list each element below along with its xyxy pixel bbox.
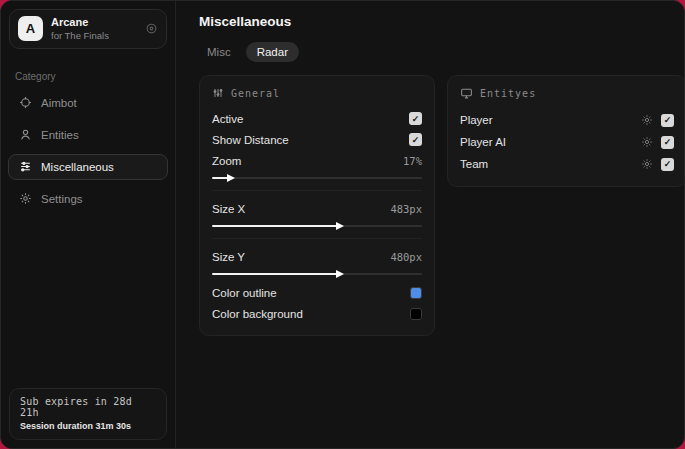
general-panel-header: General [212, 87, 422, 99]
slider-row-size-x: Size X 483px [212, 198, 422, 219]
tab-bar: Misc Radar [196, 42, 685, 62]
player-checkbox[interactable]: ✓ [661, 114, 674, 127]
gear-icon[interactable] [641, 114, 653, 126]
slider-label: Size X [212, 203, 245, 215]
slider-thumb[interactable] [336, 222, 344, 230]
check-icon: ✓ [664, 115, 672, 125]
panels-row: General Active ✓ Show Distance ✓ Zoom 17… [199, 75, 685, 336]
sliders-icon [212, 87, 224, 99]
team-checkbox[interactable]: ✓ [661, 158, 674, 171]
color-label: Color background [212, 308, 303, 320]
brand-card: A Arcane for The Finals [9, 9, 167, 49]
slider-thumb[interactable] [227, 174, 235, 182]
sidebar-nav: Aimbot Entities Miscellaneous [1, 90, 175, 212]
tab-radar[interactable]: Radar [246, 42, 299, 62]
slider-track [212, 177, 422, 179]
entity-controls: ✓ [641, 114, 674, 127]
slider-row-zoom: Zoom 17% [212, 150, 422, 171]
toggle-label: Show Distance [212, 134, 289, 146]
entity-label: Player [460, 114, 493, 126]
entity-controls: ✓ [641, 136, 674, 149]
brand-subtitle: for The Finals [51, 30, 137, 42]
entities-panel-title: Entityes [480, 88, 536, 99]
check-icon: ✓ [664, 159, 672, 169]
size-y-slider[interactable] [212, 269, 422, 279]
tab-misc[interactable]: Misc [196, 42, 242, 62]
slider-label: Size Y [212, 251, 245, 263]
sidebar-item-miscellaneous[interactable]: Miscellaneous [8, 154, 168, 180]
sidebar: A Arcane for The Finals Category Aimbot [1, 1, 176, 448]
monitor-icon [460, 87, 473, 100]
crosshair-icon [18, 96, 32, 110]
check-icon: ✓ [412, 135, 420, 145]
divider [212, 238, 422, 239]
check-icon: ✓ [412, 114, 420, 124]
sidebar-item-label: Settings [41, 193, 83, 205]
gear-icon [18, 192, 32, 206]
target-icon[interactable] [145, 22, 158, 35]
entity-row-player-ai: Player AI ✓ [460, 131, 674, 153]
divider [212, 190, 422, 191]
brand-logo: A [18, 16, 43, 41]
check-icon: ✓ [664, 137, 672, 147]
entities-icon [18, 128, 32, 142]
slider-value: 480px [390, 251, 422, 263]
subscription-card: Sub expires in 28d 21h Session duration … [9, 388, 167, 440]
slider-thumb[interactable] [336, 270, 344, 278]
color-label: Color outline [212, 287, 277, 299]
sidebar-item-entities[interactable]: Entities [8, 122, 168, 148]
category-label: Category [15, 71, 161, 82]
color-outline-swatch[interactable] [410, 287, 422, 299]
slider-fill [212, 225, 338, 227]
size-x-slider[interactable] [212, 221, 422, 231]
slider-fill [212, 273, 338, 275]
slider-value: 17% [403, 155, 422, 167]
gear-icon[interactable] [641, 136, 653, 148]
entities-panel: Entityes Player ✓ [447, 75, 685, 187]
session-duration-text: Session duration 31m 30s [20, 421, 156, 431]
brand-text: Arcane for The Finals [51, 16, 137, 42]
page-title: Miscellaneous [199, 14, 685, 29]
sidebar-item-label: Entities [41, 129, 79, 141]
active-checkbox[interactable]: ✓ [409, 112, 422, 125]
color-row-background: Color background [212, 303, 422, 324]
entities-panel-header: Entityes [460, 87, 674, 100]
entity-row-player: Player ✓ [460, 109, 674, 131]
main-content: Miscellaneous Misc Radar General [176, 1, 685, 448]
app-window: A Arcane for The Finals Category Aimbot [0, 0, 685, 449]
color-background-swatch[interactable] [410, 308, 422, 320]
entity-label: Team [460, 158, 488, 170]
sidebar-item-label: Aimbot [41, 97, 77, 109]
slider-value: 483px [390, 203, 422, 215]
color-row-outline: Color outline [212, 282, 422, 303]
sidebar-item-label: Miscellaneous [41, 161, 114, 173]
toggle-label: Active [212, 113, 243, 125]
entity-row-team: Team ✓ [460, 153, 674, 175]
gear-icon[interactable] [641, 158, 653, 170]
toggle-row-show-distance: Show Distance ✓ [212, 129, 422, 150]
slider-row-size-y: Size Y 480px [212, 246, 422, 267]
sliders-icon [18, 160, 32, 174]
toggle-row-active: Active ✓ [212, 108, 422, 129]
general-panel: General Active ✓ Show Distance ✓ Zoom 17… [199, 75, 435, 336]
sub-expires-text: Sub expires in 28d 21h [20, 396, 156, 418]
zoom-slider[interactable] [212, 173, 422, 183]
entity-controls: ✓ [641, 158, 674, 171]
sidebar-item-settings[interactable]: Settings [8, 186, 168, 212]
slider-label: Zoom [212, 155, 241, 167]
general-panel-title: General [231, 88, 280, 99]
show-distance-checkbox[interactable]: ✓ [409, 133, 422, 146]
player-ai-checkbox[interactable]: ✓ [661, 136, 674, 149]
entity-label: Player AI [460, 136, 506, 148]
brand-name: Arcane [51, 16, 137, 30]
sidebar-item-aimbot[interactable]: Aimbot [8, 90, 168, 116]
